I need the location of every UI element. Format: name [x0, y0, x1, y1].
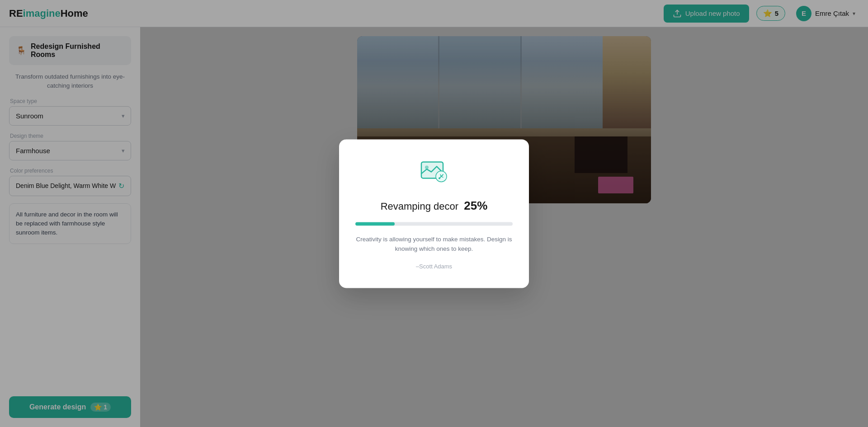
- progress-modal: Revamping decor 25% Creativity is allowi…: [339, 139, 529, 288]
- modal-title-prefix: Revamping decor: [381, 201, 458, 212]
- svg-point-5: [439, 177, 440, 179]
- modal-author: –Scott Adams: [416, 263, 452, 270]
- progress-bar-fill: [355, 222, 395, 225]
- redesign-progress-icon: [420, 157, 448, 186]
- modal-icon: [420, 157, 448, 190]
- modal-progress-percent: 25%: [464, 199, 487, 212]
- modal-quote: Creativity is allowing yourself to make …: [355, 235, 513, 254]
- progress-bar-container: [355, 222, 513, 225]
- modal-title: Revamping decor 25%: [381, 199, 488, 213]
